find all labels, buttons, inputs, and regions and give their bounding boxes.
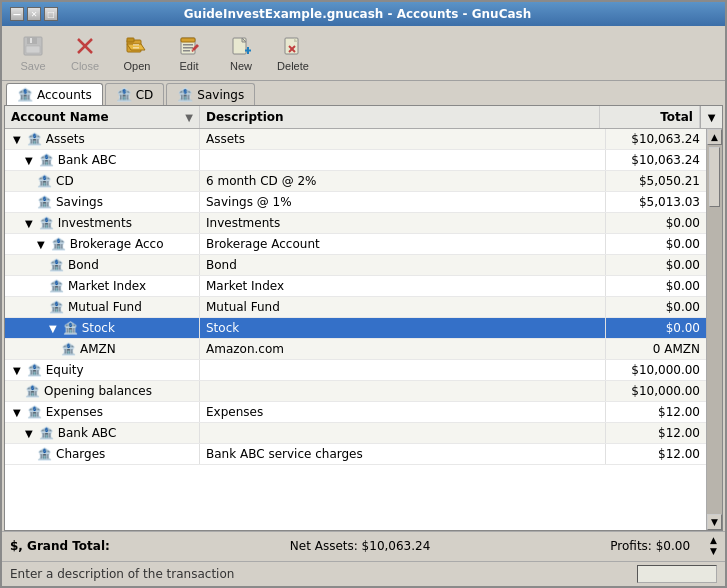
table-row[interactable]: 🏦Market IndexMarket Index$0.00 [5,276,706,297]
account-icon: 🏦 [49,279,64,293]
account-description [200,360,606,380]
header-scroll-btn[interactable]: ▼ [700,106,722,128]
account-icon: 🏦 [63,321,78,335]
expand-arrow[interactable]: ▼ [13,134,21,145]
new-button[interactable]: New [216,30,266,76]
footer-down-arrow[interactable]: ▼ [710,546,717,558]
savings-tab-icon: 🏦 [177,87,193,102]
table-row[interactable]: 🏦CD6 month CD @ 2%$5,050.21 [5,171,706,192]
account-icon: 🏦 [37,447,52,461]
svg-rect-12 [183,44,193,46]
grand-total-label: $, Grand Total: [10,539,110,553]
content-area: Account Name ▼ Description Total ▼ ▼🏦Ass… [4,105,723,531]
footer-arrows[interactable]: ▲ ▼ [710,535,717,558]
close-button[interactable]: Close [60,30,110,76]
table-row[interactable]: ▼🏦ExpensesExpenses$12.00 [5,402,706,423]
account-icon: 🏦 [27,363,42,377]
account-description: 6 month CD @ 2% [200,171,606,191]
account-total: $12.00 [606,402,706,422]
scroll-down-btn[interactable]: ▼ [707,514,722,530]
table-row[interactable]: 🏦Mutual FundMutual Fund$0.00 [5,297,706,318]
account-description: Mutual Fund [200,297,606,317]
edit-icon [177,34,201,58]
account-total: $5,013.03 [606,192,706,212]
minimize-button[interactable]: — [10,7,24,21]
table-header: Account Name ▼ Description Total ▼ [5,106,722,129]
delete-button[interactable]: Delete [268,30,318,76]
vertical-scrollbar[interactable]: ▲ ▼ [706,129,722,530]
account-description: Assets [200,129,606,149]
account-total: $0.00 [606,255,706,275]
table-row[interactable]: 🏦Opening balances$10,000.00 [5,381,706,402]
account-description: Brokerage Account [200,234,606,254]
account-description [200,381,606,401]
svg-rect-9 [133,47,139,49]
expand-arrow[interactable]: ▼ [25,155,33,166]
table-row[interactable]: ▼🏦Bank ABC$10,063.24 [5,150,706,171]
window-controls[interactable]: — ✕ □ [10,7,58,21]
table-row[interactable]: ▼🏦Bank ABC$12.00 [5,423,706,444]
status-input[interactable] [637,565,717,583]
expand-arrow[interactable]: ▼ [49,323,57,334]
save-icon [21,34,45,58]
account-icon: 🏦 [39,426,54,440]
table-row[interactable]: ▼🏦AssetsAssets$10,063.24 [5,129,706,150]
header-description[interactable]: Description [200,106,600,128]
header-total[interactable]: Total [600,106,700,128]
expand-arrow[interactable]: ▼ [25,218,33,229]
expand-arrow[interactable]: ▼ [37,239,45,250]
tab-cd[interactable]: 🏦 CD [105,83,165,105]
table-row[interactable]: 🏦SavingsSavings @ 1%$5,013.03 [5,192,706,213]
account-description [200,150,606,170]
net-assets-label: Net Assets: $10,063.24 [130,539,590,553]
titlebar: — ✕ □ GuideInvestExample.gnucash - Accou… [2,2,725,26]
svg-rect-13 [183,47,193,49]
account-name: Market Index [68,279,146,293]
open-button[interactable]: Open [112,30,162,76]
svg-rect-14 [183,50,190,52]
table-row[interactable]: 🏦BondBond$0.00 [5,255,706,276]
footer-bar: $, Grand Total: Net Assets: $10,063.24 P… [2,531,725,562]
expand-arrow[interactable]: ▼ [13,407,21,418]
account-name: Stock [82,321,115,335]
table-row[interactable]: 🏦AMZNAmazon.com0 AMZN [5,339,706,360]
profits-label: Profits: $0.00 [610,539,690,553]
account-description: Savings @ 1% [200,192,606,212]
account-name: Bond [68,258,99,272]
edit-button[interactable]: Edit [164,30,214,76]
tab-accounts[interactable]: 🏦 Accounts [6,83,103,105]
close-button[interactable]: ✕ [27,7,41,21]
maximize-button[interactable]: □ [44,7,58,21]
scroll-thumb[interactable] [709,147,720,207]
expand-arrow[interactable]: ▼ [25,428,33,439]
account-icon: 🏦 [51,237,66,251]
save-button[interactable]: Save [8,30,58,76]
table-row[interactable]: ▼🏦StockStock$0.00 [5,318,706,339]
account-total: $0.00 [606,213,706,233]
table-row[interactable]: 🏦ChargesBank ABC service charges$12.00 [5,444,706,465]
account-icon: 🏦 [49,258,64,272]
account-total: $12.00 [606,423,706,443]
account-description: Stock [200,318,606,338]
account-description [200,423,606,443]
account-name: Brokerage Acco [70,237,164,251]
account-description: Market Index [200,276,606,296]
footer-up-arrow[interactable]: ▲ [710,535,717,547]
header-account-name[interactable]: Account Name ▼ [5,106,200,128]
account-name: AMZN [80,342,116,356]
account-name: Charges [56,447,105,461]
table-row[interactable]: ▼🏦Brokerage AccoBrokerage Account$0.00 [5,234,706,255]
table-row[interactable]: ▼🏦Equity$10,000.00 [5,360,706,381]
window-title: GuideInvestExample.gnucash - Accounts - … [58,7,657,21]
account-icon: 🏦 [25,384,40,398]
account-icon: 🏦 [27,132,42,146]
expand-arrow[interactable]: ▼ [13,365,21,376]
scroll-up-btn[interactable]: ▲ [707,129,722,145]
account-name: CD [56,174,74,188]
account-total: $5,050.21 [606,171,706,191]
account-icon: 🏦 [39,153,54,167]
account-name: Bank ABC [58,153,117,167]
tab-savings[interactable]: 🏦 Savings [166,83,255,105]
table-row[interactable]: ▼🏦InvestmentsInvestments$0.00 [5,213,706,234]
account-icon: 🏦 [37,195,52,209]
